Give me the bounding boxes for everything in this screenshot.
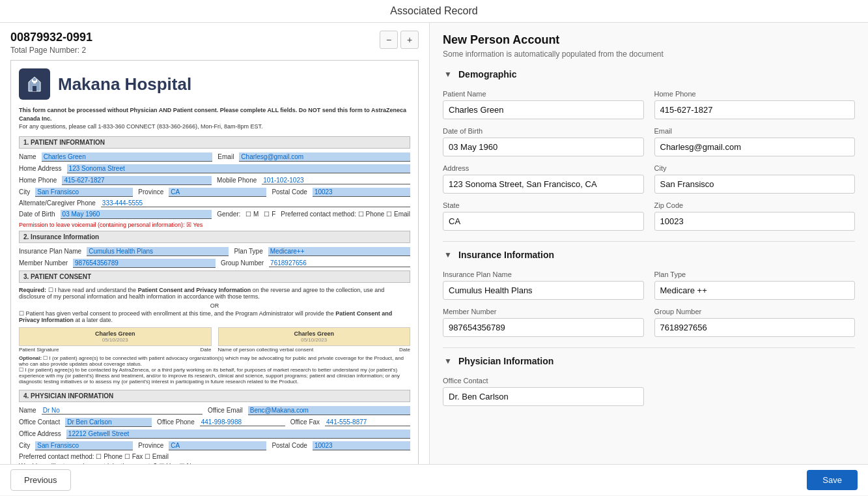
- state-group: State: [443, 201, 644, 231]
- patient-dob-field: 03 May 1960: [61, 210, 212, 219]
- save-button[interactable]: Save: [807, 470, 858, 490]
- physician-post-injection: Would you like to receive post-injection…: [19, 463, 410, 464]
- group-number-group: Group Number: [654, 308, 856, 337]
- physician-contact-field: Dr Ben Carlson: [65, 418, 152, 427]
- consent-optional: Optional: ☐ I (or patient) agree(s) to b…: [19, 355, 410, 385]
- demographic-section-header: ▼ Demographic: [443, 69, 855, 82]
- group-number-label: Group Number: [654, 308, 856, 315]
- main-container: 00879932-0991 Total Page Number: 2 − +: [0, 23, 868, 464]
- panel-subtitle: Some information is automatically popula…: [443, 50, 855, 59]
- patient-name-input[interactable]: [443, 100, 644, 119]
- section-patient-info: 1. PATIENT INFORMATION: [19, 136, 410, 149]
- patient-city-row: City San Fransisco Province CA Postal Co…: [19, 188, 410, 197]
- patient-name-field: Charles Green: [42, 153, 213, 162]
- patient-city-field: San Fransisco: [35, 188, 133, 197]
- document-preview-panel: 00879932-0991 Total Page Number: 2 − +: [0, 23, 430, 464]
- consent-section: Required: ☐ I have read and understand t…: [19, 287, 410, 385]
- zip-label: Zip Code: [654, 201, 856, 209]
- physician-email-field: Benc@Makana.com: [248, 406, 410, 415]
- page-title: Associated Record: [0, 0, 868, 23]
- physician-chevron[interactable]: ▼: [443, 356, 453, 366]
- form-notice: This form cannot be processed without Ph…: [19, 106, 410, 131]
- divider-2: [443, 347, 855, 348]
- home-phone-input[interactable]: [654, 100, 856, 119]
- right-panel: New Person Account Some information is a…: [430, 23, 868, 464]
- zoom-out-button[interactable]: −: [380, 31, 398, 49]
- insurance-chevron[interactable]: ▼: [443, 250, 453, 260]
- zoom-in-button[interactable]: +: [400, 31, 419, 49]
- physician-address-row: Office Address 12212 Getwell Street: [19, 430, 410, 439]
- document-form: Makana Hospital This form cannot be proc…: [10, 60, 419, 464]
- address-input[interactable]: [443, 175, 644, 194]
- voicemail-row: Permission to leave voicemail (containin…: [19, 222, 410, 228]
- member-number-group: Member Number: [443, 308, 644, 337]
- ins-plan-type-label: Plan Type: [654, 270, 856, 278]
- physician-city-row: City San Fransisco Province CA Postal Co…: [19, 441, 410, 450]
- email-group: Email: [654, 127, 856, 156]
- ins-plan-name-group: Insurance Plan Name: [443, 270, 644, 300]
- ins-plan-name-input[interactable]: [443, 281, 644, 300]
- demographic-form-grid: Patient Name Home Phone Date of Birth Em…: [443, 90, 855, 231]
- office-contact-input[interactable]: [443, 387, 644, 406]
- dob-label: Date of Birth: [443, 127, 644, 135]
- office-contact-label: Office Contact: [443, 377, 644, 385]
- doc-header: 00879932-0991 Total Page Number: 2 − +: [10, 31, 419, 55]
- physician-province-field: CA: [169, 441, 266, 450]
- state-input[interactable]: [443, 212, 644, 231]
- patient-name-label: Patient Name: [443, 90, 644, 98]
- demographic-section-label: Demographic: [458, 69, 516, 80]
- physician-name-row: Name Dr No Office Email Benc@Makana.com: [19, 406, 410, 415]
- patient-name-group: Patient Name: [443, 90, 644, 119]
- patient-homephone-field: 415-627-1827: [62, 176, 212, 185]
- patient-address-row: Home Address 123 Sonoma Street: [19, 164, 410, 173]
- patient-address-field: 123 Sonoma Street: [67, 164, 410, 173]
- ins-plan-type-input[interactable]: [654, 281, 856, 300]
- city-input[interactable]: [654, 175, 856, 194]
- physician-contact-row: Office Contact Dr Ben Carlson Office Pho…: [19, 418, 410, 427]
- address-label: Address: [443, 164, 644, 172]
- zip-group: Zip Code: [654, 201, 856, 231]
- doc-id: 00879932-0991: [10, 31, 92, 44]
- physician-phone-field: 441-998-9988: [200, 418, 285, 426]
- member-number-input[interactable]: [443, 318, 644, 337]
- consent-row1: Required: ☐ I have read and understand t…: [19, 287, 410, 300]
- address-group: Address: [443, 164, 644, 194]
- physician-fax-field: 441-555-8877: [325, 418, 410, 426]
- member-number-label: Member Number: [443, 308, 644, 315]
- patient-postal-field: 10023: [313, 188, 410, 197]
- dob-input[interactable]: [443, 138, 644, 156]
- patient-email-field: Charlesg@gmail.com: [239, 153, 410, 162]
- zoom-controls: − +: [380, 31, 419, 49]
- insurance-form-grid: Insurance Plan Name Plan Type Member Num…: [443, 270, 855, 337]
- insurance-plan-field: Cumulus Health Plans: [87, 247, 229, 256]
- physician-postal-field: 10023: [313, 441, 410, 450]
- insurance-section-label: Insurance Information: [458, 250, 554, 260]
- city-group: City: [654, 164, 856, 194]
- section-physician-info: 4. PHYSICIAN INFORMATION: [19, 390, 410, 402]
- physician-section-label: Physician Information: [458, 356, 553, 366]
- section-insurance-info: 2. Insurance Information: [19, 231, 410, 243]
- patient-name-row: Name Charles Green Email Charlesg@gmail.…: [19, 153, 410, 162]
- hospital-header: Makana Hospital: [19, 68, 410, 100]
- member-number-field: 987654356789: [73, 259, 216, 268]
- city-label: City: [654, 164, 856, 172]
- physician-address-field: 12212 Getwell Street: [66, 430, 410, 439]
- doc-pages: Total Page Number: 2: [10, 46, 92, 55]
- insurance-plan-row: Insurance Plan Name Cumulus Health Plans…: [19, 247, 410, 256]
- section-patient-consent: 3. PATIENT CONSENT: [19, 270, 410, 283]
- previous-button[interactable]: Previous: [10, 469, 71, 491]
- demographic-chevron[interactable]: ▼: [443, 69, 453, 80]
- patient-mobilephone-field: 101-102-1023: [262, 177, 410, 184]
- insurance-type-field: Medicare++: [268, 247, 410, 256]
- hospital-logo: [19, 68, 50, 100]
- group-number-input[interactable]: [654, 318, 856, 337]
- email-input[interactable]: [654, 138, 856, 156]
- footer: Previous Save: [0, 464, 868, 495]
- sig-box-1: Charles Green 05/10/2023: [19, 327, 212, 346]
- zip-input[interactable]: [654, 212, 856, 231]
- group-number-field: 7618927656: [269, 259, 410, 267]
- home-phone-group: Home Phone: [654, 90, 856, 119]
- ins-plan-type-group: Plan Type: [654, 270, 856, 300]
- insurance-numbers-row: Member Number 987654356789 Group Number …: [19, 259, 410, 268]
- email-label: Email: [654, 127, 856, 135]
